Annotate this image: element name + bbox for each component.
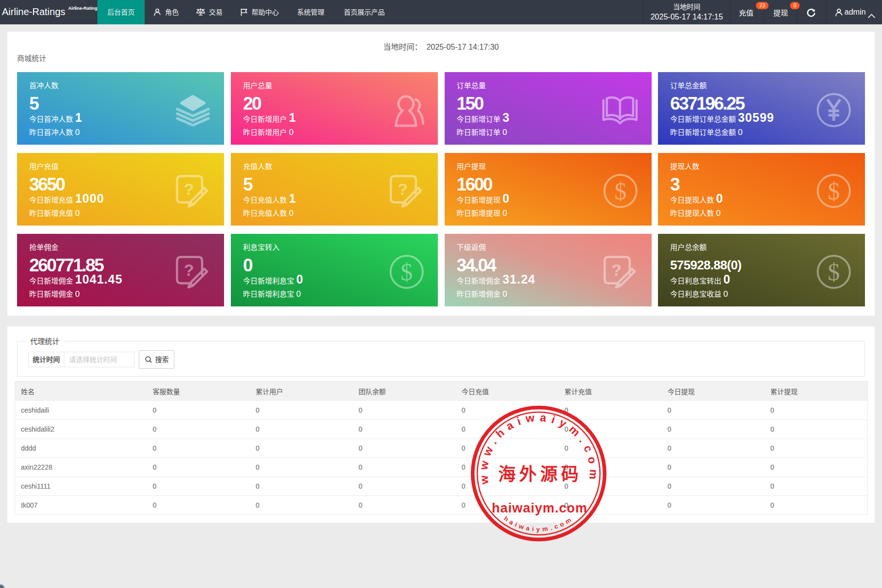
svg-text:?: ?	[398, 180, 408, 198]
svg-text:$: $	[401, 258, 413, 285]
svg-text:?: ?	[611, 261, 621, 279]
svg-text:?: ?	[184, 180, 194, 198]
svg-text:$: $	[828, 258, 840, 285]
svg-text:$: $	[614, 177, 626, 205]
svg-text:haiwaiym.com: haiwaiym.com	[492, 501, 588, 515]
svg-text:海外源码: 海外源码	[498, 464, 582, 484]
svg-text:$: $	[828, 177, 840, 205]
svg-text:haiwaiym.com: haiwaiym.com	[503, 515, 575, 533]
svg-text:?: ?	[184, 261, 194, 279]
